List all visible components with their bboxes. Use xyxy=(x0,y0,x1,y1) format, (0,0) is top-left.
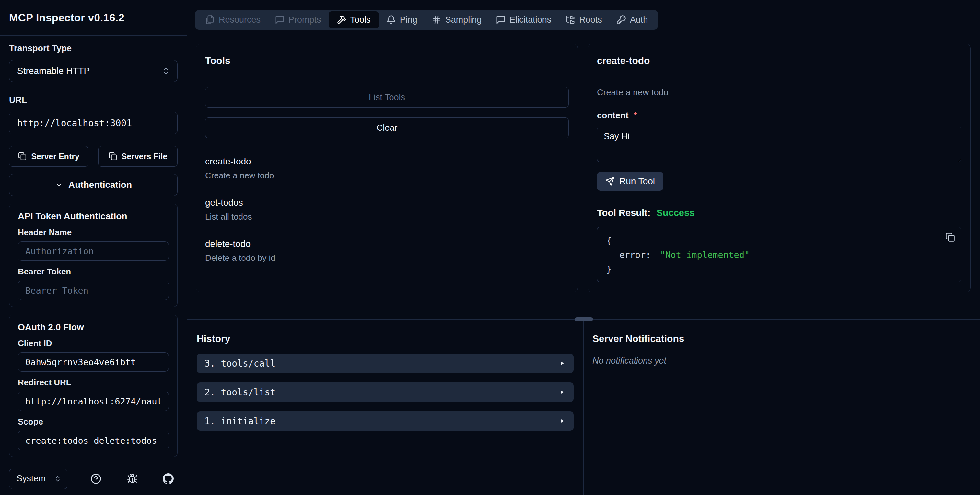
copy-result-button[interactable] xyxy=(945,232,955,242)
authentication-toggle[interactable]: Authentication xyxy=(9,174,178,196)
scope-input[interactable] xyxy=(18,431,169,450)
bell-icon xyxy=(386,15,396,25)
tool-result-heading: Tool Result: Success xyxy=(597,208,961,218)
history-row-label: 3. tools/call xyxy=(205,358,275,369)
tab-label: Auth xyxy=(630,15,648,25)
tab-sampling[interactable]: Sampling xyxy=(425,12,489,27)
history-row-label: 2. tools/list xyxy=(205,387,275,398)
tabbar: Resources Prompts Tools Ping Sampling xyxy=(195,10,658,30)
tool-detail-body: Create a new todo content * Say Hi Run T… xyxy=(588,77,970,292)
tool-description: Delete a todo by id xyxy=(205,253,569,263)
tab-elicitations[interactable]: Elicitations xyxy=(489,12,558,27)
tool-list-item-delete-todo[interactable]: delete-todo Delete a todo by id xyxy=(205,239,569,263)
tool-list-item-create-todo[interactable]: create-todo Create a new todo xyxy=(205,156,569,181)
sidebar: MCP Inspector v0.16.2 Transport Type Str… xyxy=(0,0,187,495)
transport-type-select[interactable]: Streamable HTTP xyxy=(9,60,178,82)
mcp-inspector-app: MCP Inspector v0.16.2 Transport Type Str… xyxy=(0,0,980,495)
tab-label: Elicitations xyxy=(509,15,551,25)
tool-description: Create a new todo xyxy=(205,171,569,181)
run-tool-button[interactable]: Run Tool xyxy=(597,172,663,191)
transport-type-value: Streamable HTTP xyxy=(17,66,90,76)
client-id-input[interactable] xyxy=(18,352,169,372)
list-tools-button[interactable]: List Tools xyxy=(205,87,569,108)
chevron-down-icon xyxy=(55,181,63,189)
app-title: MCP Inspector v0.16.2 xyxy=(9,12,124,24)
sidebar-footer: System xyxy=(0,462,187,495)
tools-panel: Tools List Tools Clear create-todo Creat… xyxy=(196,44,578,292)
top-panels: Tools List Tools Clear create-todo Creat… xyxy=(196,44,970,292)
json-open-brace: { xyxy=(606,233,952,248)
tool-detail-description: Create a new todo xyxy=(597,88,961,97)
servers-file-button[interactable]: Servers File xyxy=(98,146,178,167)
history-title: History xyxy=(197,333,574,344)
server-notifications-panel: Server Notifications No notifications ye… xyxy=(584,319,980,495)
json-key: error: xyxy=(619,250,651,260)
github-button[interactable] xyxy=(161,471,176,486)
tab-label: Tools xyxy=(350,15,371,25)
expand-arrow-icon xyxy=(559,389,565,395)
tools-panel-title: Tools xyxy=(196,44,578,77)
header-name-label: Header Name xyxy=(18,227,169,238)
history-panel: History 3. tools/call 2. tools/list 1. i… xyxy=(187,319,584,495)
circle-help-icon xyxy=(91,473,102,484)
server-notifications-title: Server Notifications xyxy=(592,333,980,344)
split-drag-handle[interactable] xyxy=(574,317,593,321)
horizontal-split-divider xyxy=(187,319,980,319)
client-id-label: Client ID xyxy=(18,339,169,348)
tab-resources[interactable]: Resources xyxy=(198,12,267,27)
history-row-tools-call[interactable]: 3. tools/call xyxy=(197,354,574,373)
history-row-tools-list[interactable]: 2. tools/list xyxy=(197,382,574,402)
copy-icon xyxy=(945,232,955,242)
json-close-brace: } xyxy=(606,262,952,276)
tab-label: Roots xyxy=(579,15,602,25)
tab-roots[interactable]: Roots xyxy=(559,12,609,27)
sidebar-header: MCP Inspector v0.16.2 xyxy=(0,0,187,36)
tool-detail-title: create-todo xyxy=(588,44,970,77)
report-bug-button[interactable] xyxy=(125,471,140,486)
chevrons-up-down-icon xyxy=(54,475,61,482)
bearer-token-label: Bearer Token xyxy=(18,267,169,277)
run-tool-label: Run Tool xyxy=(619,176,655,187)
tool-result-status: Success xyxy=(656,208,695,218)
server-entry-button[interactable]: Server Entry xyxy=(9,146,89,167)
url-input[interactable] xyxy=(9,112,178,134)
bug-icon xyxy=(127,473,138,484)
message-square-icon xyxy=(275,15,285,25)
clear-tools-button[interactable]: Clear xyxy=(205,117,569,138)
notifications-empty-message: No notifications yet xyxy=(592,356,980,366)
folder-tree-icon xyxy=(565,15,575,25)
send-icon xyxy=(605,177,614,186)
sidebar-content: Transport Type Streamable HTTP URL Serve… xyxy=(0,36,187,462)
header-name-input[interactable] xyxy=(18,241,169,261)
tool-list-item-get-todos[interactable]: get-todos List all todos xyxy=(205,198,569,222)
servers-file-label: Servers File xyxy=(121,152,167,161)
oauth-flow-card: OAuth 2.0 Flow Client ID Redirect URL Sc… xyxy=(9,315,178,457)
redirect-url-input[interactable] xyxy=(18,391,169,411)
chevrons-up-down-icon xyxy=(162,67,170,75)
tabbar-row: Resources Prompts Tools Ping Sampling xyxy=(187,0,980,30)
tool-result-label: Tool Result: xyxy=(597,208,651,218)
tab-tools[interactable]: Tools xyxy=(329,11,379,28)
copy-icon xyxy=(108,152,117,161)
tool-description: List all todos xyxy=(205,212,569,222)
json-error-line: error: "Not implemented" xyxy=(610,248,952,262)
copy-icon xyxy=(18,152,27,161)
tool-name: delete-todo xyxy=(205,239,569,249)
content-field-textarea[interactable]: Say Hi xyxy=(597,126,961,162)
history-row-initialize[interactable]: 1. initialize xyxy=(197,411,574,431)
tab-label: Resources xyxy=(219,15,261,25)
tab-label: Ping xyxy=(400,15,417,25)
server-entry-label: Server Entry xyxy=(31,152,80,161)
tab-prompts[interactable]: Prompts xyxy=(268,12,328,27)
authentication-toggle-label: Authentication xyxy=(68,180,132,190)
oauth-flow-title: OAuth 2.0 Flow xyxy=(18,322,169,332)
theme-select-value: System xyxy=(16,474,46,484)
help-button[interactable] xyxy=(89,471,103,486)
tools-panel-body: List Tools Clear create-todo Create a ne… xyxy=(196,77,578,292)
tab-auth[interactable]: Auth xyxy=(609,12,655,27)
bottom-panels: History 3. tools/call 2. tools/list 1. i… xyxy=(187,319,980,495)
theme-select[interactable]: System xyxy=(9,469,67,489)
bearer-token-input[interactable] xyxy=(18,281,169,300)
tab-ping[interactable]: Ping xyxy=(380,12,424,27)
content-field-label-row: content * xyxy=(597,110,961,121)
